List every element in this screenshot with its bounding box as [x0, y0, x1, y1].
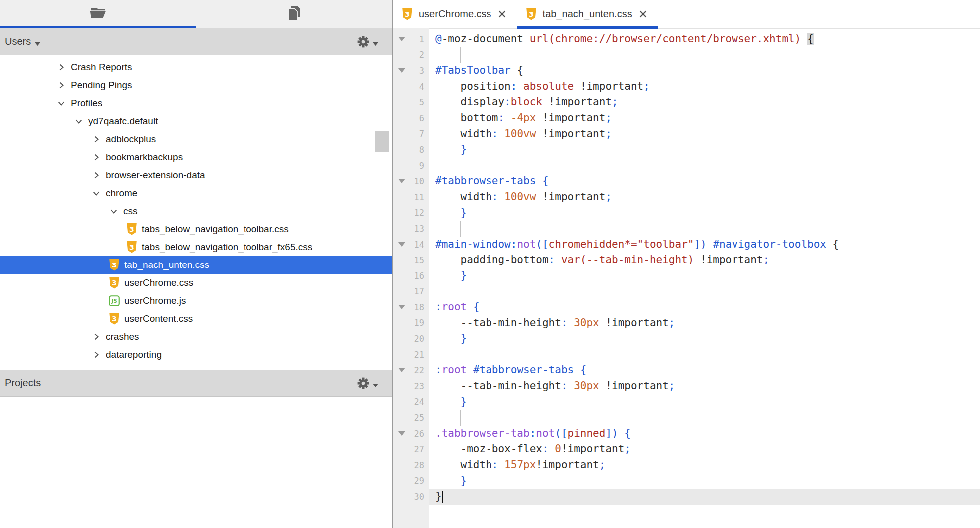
code-area[interactable]: @-moz-document url(chrome://browser/cont… — [429, 28, 980, 528]
close-icon — [498, 10, 506, 18]
gutter-line: 6 — [393, 110, 429, 126]
line-number: 8 — [419, 145, 424, 155]
chevron-down-icon[interactable] — [73, 116, 84, 127]
line-number: 3 — [419, 66, 424, 76]
line-number: 30 — [414, 492, 424, 502]
fold-triangle-icon[interactable] — [398, 431, 405, 436]
css-file-icon: 3 — [525, 8, 537, 21]
tree-item[interactable]: 3userChrome.css — [0, 274, 392, 292]
tab-close-button[interactable] — [498, 10, 506, 18]
css-file-icon: 3 — [126, 223, 138, 236]
tree-item[interactable]: adblockplus — [0, 130, 392, 148]
chevron-right-icon — [92, 332, 101, 341]
editor-tab-label: tab_nach_unten.css — [543, 8, 632, 20]
tree-item-label: css — [123, 202, 138, 220]
gutter-line: 11 — [393, 189, 429, 205]
gutter-line: 3 — [393, 63, 429, 79]
chevron-right-icon[interactable] — [91, 152, 102, 163]
tree-item[interactable]: 3tabs_below_navigation_toolbar_fx65.css — [0, 238, 392, 256]
code-line — [429, 347, 980, 363]
tree-item[interactable]: Crash Reports — [0, 58, 392, 76]
fold-triangle-icon[interactable] — [398, 368, 405, 372]
chevron-right-icon[interactable] — [56, 62, 67, 73]
fold-triangle-icon[interactable] — [398, 242, 405, 247]
code-line: padding-bottom: var(--tab-min-height) !i… — [429, 252, 980, 268]
projects-settings-button[interactable] — [357, 370, 378, 396]
chevron-right-icon — [57, 63, 66, 72]
panel-tab-files[interactable] — [0, 0, 196, 28]
gutter-line: 4 — [393, 79, 429, 95]
tree-item[interactable]: chrome — [0, 184, 392, 202]
chevron-right-icon[interactable] — [91, 134, 102, 145]
tree-item-label: Crash Reports — [71, 58, 132, 76]
editor-tab[interactable]: 3tab_nach_unten.css — [517, 0, 658, 28]
gutter-line: 25 — [393, 410, 429, 426]
line-number: 17 — [414, 286, 424, 296]
chevron-down-icon[interactable] — [56, 98, 67, 109]
users-caret-down-icon[interactable] — [35, 37, 40, 48]
tree-item[interactable]: Pending Pings — [0, 76, 392, 94]
users-header-label: Users — [5, 36, 31, 47]
caret-down-icon — [373, 378, 378, 390]
tree-item[interactable]: crashes — [0, 328, 392, 346]
users-settings-button[interactable] — [357, 28, 378, 55]
tree-item[interactable]: 3tab_nach_unten.css — [0, 256, 392, 274]
line-number: 5 — [419, 97, 424, 107]
css-file-icon: 3 — [401, 8, 413, 21]
code-line: width: 100vw !important; — [429, 189, 980, 205]
tree-item[interactable]: 3tabs_below_navigation_toolbar.css — [0, 220, 392, 238]
chevron-down-icon — [109, 207, 118, 216]
tree-item[interactable]: yd7qaafc.default — [0, 112, 392, 130]
fold-triangle-icon[interactable] — [398, 179, 405, 183]
panel-tab-documents[interactable] — [196, 0, 392, 28]
gutter-line: 18 — [393, 299, 429, 315]
code-line: #TabsToolbar { — [429, 63, 980, 79]
tree-item[interactable]: 3userContent.css — [0, 310, 392, 328]
chevron-right-icon[interactable] — [91, 170, 102, 181]
tree-item-label: chrome — [106, 184, 137, 202]
tree-item-label: yd7qaafc.default — [88, 112, 158, 130]
fold-triangle-icon[interactable] — [398, 68, 405, 73]
gutter-line: 27 — [393, 441, 429, 457]
line-number: 21 — [414, 350, 424, 360]
tree-item[interactable]: bookmarkbackups — [0, 148, 392, 166]
fold-triangle-icon[interactable] — [398, 37, 405, 41]
tree-item[interactable]: datareporting — [0, 346, 392, 364]
gutter-line: 24 — [393, 394, 429, 410]
line-number: 13 — [414, 224, 424, 234]
tree-item-label: userContent.css — [124, 310, 193, 328]
tree-item[interactable]: browser-extension-data — [0, 166, 392, 184]
tree-item[interactable]: Profiles — [0, 94, 392, 112]
chevron-right-icon[interactable] — [91, 331, 102, 342]
gutter-line: 5 — [393, 94, 429, 110]
tree-item[interactable]: css — [0, 202, 392, 220]
gutter-line: 9 — [393, 158, 429, 174]
chevron-right-icon[interactable] — [56, 80, 67, 91]
chevron-down-icon — [74, 117, 83, 126]
sidebar-scrollbar-thumb[interactable] — [375, 131, 389, 152]
tab-close-button[interactable] — [639, 10, 647, 18]
code-line: --tab-min-height: 30px !important; — [429, 378, 980, 394]
chevron-down-icon[interactable] — [91, 188, 102, 199]
chevron-down-icon[interactable] — [108, 206, 119, 217]
editor: 3userChrome.css 3tab_nach_unten.css 1234… — [393, 0, 980, 528]
sidebar-editor-divider[interactable] — [392, 0, 393, 528]
gutter-line: 10 — [393, 173, 429, 189]
tree-item[interactable]: JSuserChrome.js — [0, 292, 392, 310]
gutter-line: 26 — [393, 426, 429, 442]
css-file-icon: 3 — [108, 312, 120, 325]
editor-tab[interactable]: 3userChrome.css — [393, 0, 517, 28]
line-number: 4 — [419, 82, 424, 92]
documents-icon — [286, 5, 302, 24]
chevron-right-icon[interactable] — [91, 349, 102, 360]
code-line: } — [429, 473, 980, 489]
fold-triangle-icon[interactable] — [398, 305, 405, 309]
line-number: 25 — [414, 413, 424, 423]
code-line: } — [429, 268, 980, 284]
gutter-line: 28 — [393, 457, 429, 473]
chevron-down-icon — [92, 189, 101, 198]
tree-item-label: Profiles — [71, 94, 102, 112]
line-number: 16 — [414, 271, 424, 281]
code-line: width: 100vw !important; — [429, 126, 980, 142]
line-number: 6 — [419, 113, 424, 123]
